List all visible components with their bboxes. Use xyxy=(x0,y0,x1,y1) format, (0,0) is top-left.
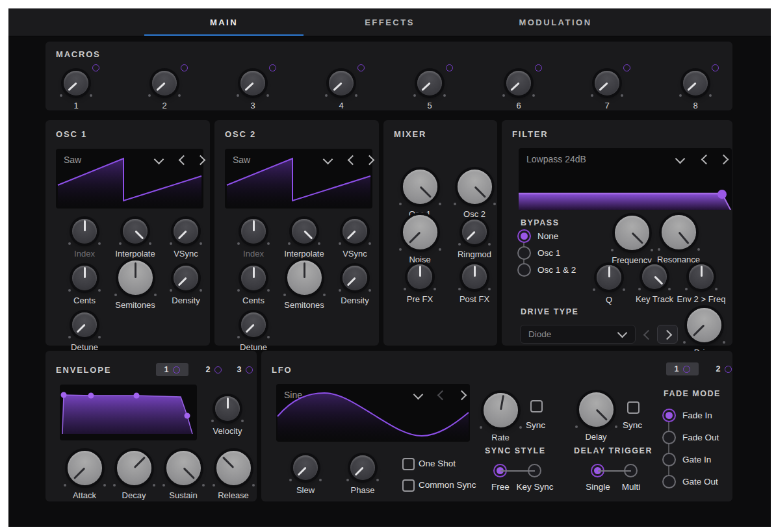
bypass-radio-osc1[interactable] xyxy=(517,246,531,260)
3-knob[interactable] xyxy=(240,71,265,95)
decay-knob[interactable] xyxy=(117,451,151,485)
envelope-panel: ENVELOPE 1 2 3 Veloc xyxy=(45,351,257,501)
knob-pointer xyxy=(678,232,689,245)
slew-knob[interactable] xyxy=(293,455,318,480)
semitones-knob[interactable] xyxy=(118,260,153,295)
ringmod-knob[interactable] xyxy=(462,220,487,244)
sync-style-label-keysync: Key Sync xyxy=(515,482,554,492)
knob-label: Noise xyxy=(409,255,430,264)
knob-mixer-postfx: Post FX xyxy=(442,264,507,304)
envelope-tab-2[interactable]: 2 xyxy=(198,363,230,376)
envelope-curve xyxy=(60,385,197,440)
bypass-radio-none[interactable] xyxy=(517,229,531,243)
cents-knob[interactable] xyxy=(241,266,266,290)
macro-mod-ring[interactable] xyxy=(269,64,276,71)
tab-main[interactable]: MAIN xyxy=(144,8,304,36)
one-shot-label: One Shot xyxy=(419,459,456,468)
pre-fx-knob[interactable] xyxy=(407,264,432,289)
fade-mode-label-fade-in: Fade In xyxy=(682,411,712,420)
common-sync-checkbox[interactable] xyxy=(402,479,415,492)
drive-knob[interactable] xyxy=(687,308,721,342)
5-knob[interactable] xyxy=(417,71,442,95)
q-knob[interactable] xyxy=(597,265,621,290)
density-knob[interactable] xyxy=(343,266,367,290)
envelope-tab-1[interactable]: 1 xyxy=(156,363,188,376)
macro-mod-ring[interactable] xyxy=(92,64,99,71)
fade-mode-option-fade-in[interactable]: Fade In xyxy=(662,409,719,422)
fade-mode-title: FADE MODE xyxy=(664,389,721,398)
drive-type-dropdown[interactable]: Diode xyxy=(520,325,636,344)
interpolate-knob[interactable] xyxy=(292,219,317,244)
bypass-option-none[interactable]: None xyxy=(517,229,576,243)
knob-osc1-detune: Detune xyxy=(52,312,117,352)
knob-osc1-density: Density xyxy=(153,266,218,305)
resonance-knob[interactable] xyxy=(662,215,696,249)
one-shot-checkbox[interactable] xyxy=(402,458,415,470)
detune-knob[interactable] xyxy=(72,312,97,337)
index-knob[interactable] xyxy=(72,219,97,244)
release-knob[interactable] xyxy=(216,451,251,485)
vsync-knob[interactable] xyxy=(174,219,198,244)
delay-knob[interactable] xyxy=(579,392,614,427)
sustain-knob[interactable] xyxy=(166,451,201,485)
bypass-radio-osc1and2[interactable] xyxy=(517,263,531,277)
8-knob[interactable] xyxy=(683,71,708,95)
fade-mode-radio-gate-out[interactable] xyxy=(662,475,676,488)
lfo-tab-2[interactable]: 2 xyxy=(708,362,740,375)
key-track-knob[interactable] xyxy=(642,264,667,289)
attack-knob[interactable] xyxy=(68,451,102,485)
post-fx-knob[interactable] xyxy=(462,264,487,289)
vsync-knob[interactable] xyxy=(343,219,367,244)
envelope-display[interactable] xyxy=(60,385,197,440)
osc-1-knob[interactable] xyxy=(403,170,437,204)
density-knob[interactable] xyxy=(174,266,198,290)
macro-mod-ring[interactable] xyxy=(357,64,365,71)
velocity-knob[interactable] xyxy=(215,396,240,421)
drive-type-prev-icon[interactable] xyxy=(643,330,654,340)
6-knob[interactable] xyxy=(506,71,531,95)
4-knob[interactable] xyxy=(329,71,354,95)
envelope-tab-3[interactable]: 3 xyxy=(229,363,261,376)
macro-mod-ring[interactable] xyxy=(181,64,188,71)
phase-knob[interactable] xyxy=(350,455,375,480)
semitones-knob[interactable] xyxy=(287,260,322,295)
knob-label: 2 xyxy=(162,101,166,110)
interpolate-knob[interactable] xyxy=(123,219,148,244)
macro-mod-ring[interactable] xyxy=(446,64,453,71)
detune-knob[interactable] xyxy=(241,312,266,337)
osc1-wave-display: Saw xyxy=(56,149,203,209)
fade-mode-radio-fade-in[interactable] xyxy=(662,409,676,422)
1-knob[interactable] xyxy=(64,71,88,95)
tab-effects[interactable]: EFFECTS xyxy=(310,8,469,36)
macro-mod-ring[interactable] xyxy=(623,64,630,71)
sync-style-title: SYNC STYLE xyxy=(485,446,546,455)
envelope-tab-1-mod-ring xyxy=(173,366,180,374)
knob-pointer xyxy=(73,467,85,479)
macro-mod-ring[interactable] xyxy=(535,64,542,71)
index-knob[interactable] xyxy=(241,219,266,244)
fade-mode-option-gate-out[interactable]: Gate Out xyxy=(662,475,719,488)
bypass-option-osc1[interactable]: Osc 1 xyxy=(517,246,576,260)
knob-label: 8 xyxy=(693,101,697,110)
bypass-option-osc1and2[interactable]: Osc 1 & 2 xyxy=(517,263,576,277)
cents-knob[interactable] xyxy=(72,266,97,290)
2-knob[interactable] xyxy=(152,71,177,95)
tab-modulation[interactable]: MODULATION xyxy=(476,8,635,36)
lfo-rate-sync-checkbox[interactable] xyxy=(530,400,543,412)
frequency-knob[interactable] xyxy=(615,216,649,250)
osc-2-knob[interactable] xyxy=(458,170,492,204)
filter-response-curve[interactable] xyxy=(519,148,732,210)
knob-pointer xyxy=(599,82,608,92)
lfo-delay-sync-checkbox[interactable] xyxy=(627,401,640,414)
7-knob[interactable] xyxy=(595,71,619,95)
macro-mod-ring[interactable] xyxy=(712,64,719,71)
drive-type-next-icon xyxy=(662,330,673,340)
lfo-tab-1[interactable]: 1 xyxy=(666,362,699,375)
rate-knob[interactable] xyxy=(484,393,518,427)
env-2-freq-knob[interactable] xyxy=(689,264,714,289)
fade-mode-radio-gate-in[interactable] xyxy=(662,453,676,466)
noise-knob[interactable] xyxy=(403,215,437,249)
fade-mode-option-fade-out[interactable]: Fade Out xyxy=(662,431,719,444)
fade-mode-option-gate-in[interactable]: Gate In xyxy=(662,453,719,466)
fade-mode-radio-fade-out[interactable] xyxy=(662,431,676,444)
